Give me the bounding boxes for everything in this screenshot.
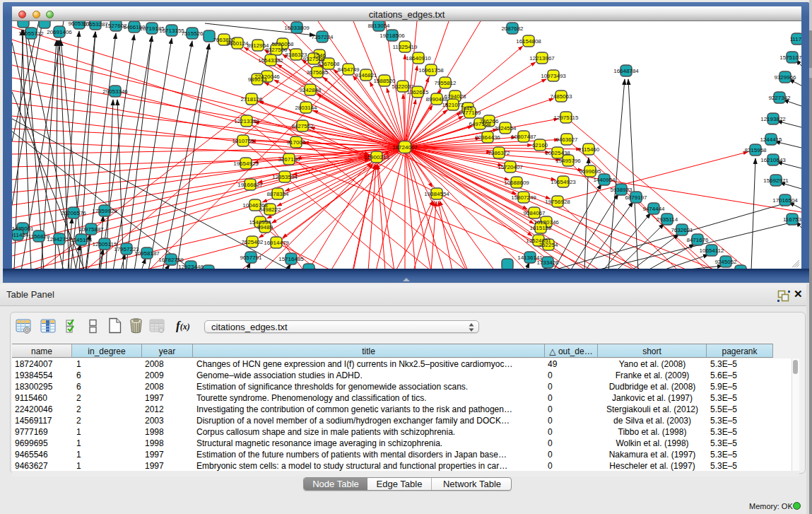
svg-text:16782759: 16782759 [158,257,184,263]
svg-text:14055712: 14055712 [18,30,44,37]
svg-text:116753: 116753 [783,216,801,223]
svg-text:15692971: 15692971 [763,177,789,184]
svg-text:15716485: 15716485 [278,256,304,262]
svg-text:9329966: 9329966 [774,74,796,81]
svg-text:12213967: 12213967 [529,55,555,62]
svg-text:20691406: 20691406 [47,29,72,35]
svg-text:3267130: 3267130 [278,156,300,163]
svg-text:2087682: 2087682 [501,25,524,32]
svg-text:1362615: 1362615 [406,89,429,95]
svg-text:12923448: 12923448 [178,264,204,269]
svg-text:7357224: 7357224 [311,34,334,40]
svg-text:18724007: 18724007 [392,144,418,151]
svg-text:16914479: 16914479 [264,240,289,246]
svg-text:989013: 989013 [248,76,267,83]
svg-text:3675685: 3675685 [306,69,329,76]
svg-text:16648784: 16648784 [613,68,639,74]
svg-text:10654112: 10654112 [700,247,725,254]
svg-text:18640910: 18640910 [406,55,431,62]
svg-text:19654923: 19654923 [551,179,576,185]
svg-text:15720407: 15720407 [498,164,523,170]
svg-text:1145194: 1145194 [71,237,93,243]
svg-text:16210643: 16210643 [760,157,786,163]
svg-text:19384554: 19384554 [424,191,449,197]
svg-text:10688609: 10688609 [504,180,529,186]
svg-text:7485063: 7485063 [550,93,572,100]
svg-text:15807249: 15807249 [511,194,536,201]
svg-text:3911434: 3911434 [12,232,29,238]
svg-text:19166827: 19166827 [237,182,263,188]
svg-text:9657791: 9657791 [240,255,262,261]
svg-text:17359928: 17359928 [92,208,117,214]
svg-text:19495796: 19495796 [555,158,581,164]
svg-text:1440954: 1440954 [593,177,616,183]
svg-text:29053346: 29053346 [102,88,128,95]
svg-text:12193872: 12193872 [760,116,786,122]
svg-text:8215958: 8215958 [744,147,767,153]
svg-text:12942757: 12942757 [47,236,72,243]
svg-text:2803144: 2803144 [295,105,317,111]
svg-text:19756928: 19756928 [545,199,570,205]
svg-text:9227342: 9227342 [768,95,791,101]
svg-text:7986372: 7986372 [488,150,510,156]
svg-text:3498222: 3498222 [259,206,281,213]
svg-text:1733426: 1733426 [536,259,559,266]
svg-text:9115460: 9115460 [578,146,600,153]
svg-text:16033809: 16033809 [284,25,310,31]
svg-text:10025438: 10025438 [545,150,570,156]
svg-text:19654925: 19654925 [233,160,259,167]
svg-text:8813054: 8813054 [367,23,390,29]
svg-text:1621072: 1621072 [442,102,464,108]
svg-text:5938923: 5938923 [610,187,632,193]
svg-text:17016504: 17016504 [772,197,798,204]
svg-text:8427552: 8427552 [291,123,314,129]
svg-text:11325419: 11325419 [393,44,418,50]
svg-text:19218506: 19218506 [379,33,405,39]
svg-text:12975115: 12975115 [554,115,579,121]
svg-text:12213389: 12213389 [234,118,259,124]
svg-text:9242848: 9242848 [299,87,322,93]
svg-text:1435001: 1435001 [12,226,34,232]
svg-text:15900213: 15900213 [364,154,389,160]
svg-text:20206576: 20206576 [61,210,86,216]
svg-text:7955812: 7955812 [434,80,457,86]
svg-text:9474444: 9474444 [642,206,665,212]
svg-text:16154808: 16154808 [516,38,541,45]
svg-text:99489: 99489 [257,224,273,230]
svg-text:8660124: 8660124 [226,40,249,47]
svg-text:9463627: 9463627 [555,136,578,143]
svg-text:252254: 252254 [539,242,558,248]
svg-text:746266: 746266 [480,118,499,124]
svg-text:2718126: 2718126 [240,96,263,103]
svg-text:1615152: 1615152 [529,225,552,231]
svg-text:16961758: 16961758 [418,67,444,74]
svg-text:9327500: 9327500 [265,47,288,53]
svg-text:20364436: 20364436 [475,134,500,141]
svg-text:7632621: 7632621 [671,227,693,233]
svg-text:2367608: 2367608 [317,61,340,67]
svg-text:7625402: 7625402 [241,239,264,245]
svg-text:2935114: 2935114 [657,216,678,223]
svg-text:10975887: 10975887 [78,226,104,233]
svg-text:10807487: 10807487 [511,134,536,140]
svg-text:6794028: 6794028 [444,93,466,100]
svg-text:1010755: 1010755 [232,138,254,144]
svg-text:62160: 62160 [532,142,548,148]
svg-text:3824554: 3824554 [494,125,517,132]
svg-text:9084067: 9084067 [523,210,546,216]
svg-text:9699695: 9699695 [579,168,601,175]
svg-text:11172: 11172 [789,36,801,42]
svg-text:9777169: 9777169 [459,110,481,116]
svg-text:7515526: 7515526 [181,30,204,37]
svg-text:10973493: 10973493 [541,73,566,79]
svg-text:917006: 917006 [287,139,306,146]
svg-text:6879197: 6879197 [625,194,647,201]
svg-text:1244415: 1244415 [760,136,782,143]
svg-text:8471676: 8471676 [686,237,709,243]
svg-text:15751074: 15751074 [779,54,801,61]
svg-text:8878334: 8878334 [266,191,289,197]
svg-text:16543382: 16543382 [258,57,283,64]
svg-text:9245052: 9245052 [714,259,737,265]
svg-text:10958187: 10958187 [134,250,160,257]
svg-text:12353594: 12353594 [272,174,298,180]
